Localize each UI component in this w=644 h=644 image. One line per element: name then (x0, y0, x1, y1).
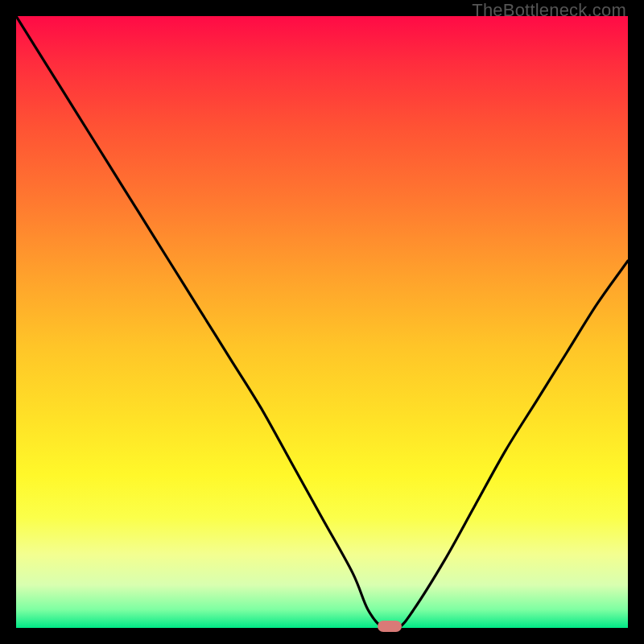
chart-frame: TheBottleneck.com (0, 0, 644, 644)
plot-area (16, 16, 628, 628)
bottleneck-curve (16, 16, 628, 628)
watermark-text: TheBottleneck.com (472, 0, 626, 21)
optimal-marker (378, 621, 402, 632)
